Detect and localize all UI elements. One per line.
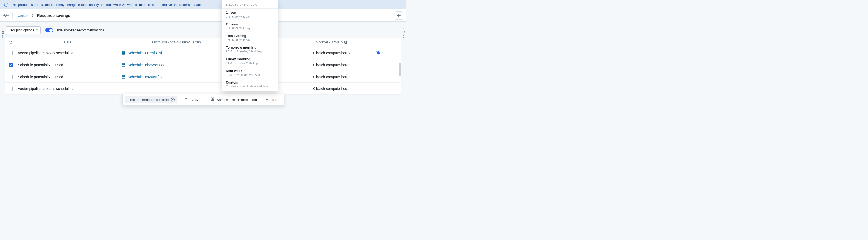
more-label: More xyxy=(272,98,280,102)
svg-rect-26 xyxy=(124,65,125,65)
breadcrumb-linter-link[interactable]: Linter xyxy=(17,13,28,18)
svg-rect-19 xyxy=(124,53,125,54)
breadcrumb-current: Resource savings xyxy=(37,13,70,18)
toolbar: Grouping options ▾ Hide snoozed recommen… xyxy=(5,25,401,37)
hide-snoozed-toggle[interactable] xyxy=(45,28,53,32)
selection-action-bar: 1 recommendation selected Copy… Snooze 1… xyxy=(122,94,284,105)
more-action[interactable]: More xyxy=(264,97,281,103)
snooze-option[interactable]: Tomorrow morning9AM on Tuesday 22nd Aug xyxy=(222,43,278,55)
selection-count-chip: 1 recommendation selected xyxy=(125,96,177,103)
breadcrumb: Linter Resource savings xyxy=(15,13,70,18)
svg-rect-24 xyxy=(122,65,123,65)
main-panel: Grouping options ▾ Hide snoozed recommen… xyxy=(5,22,401,95)
row-checkbox[interactable] xyxy=(8,63,13,67)
recommendations-table: RULE RECOMMENDATION RESOURCES ECTED MONT… xyxy=(5,37,401,95)
copy-label: Copy… xyxy=(190,98,202,102)
svg-point-39 xyxy=(266,99,267,100)
table-row: Vector pipeline crosses schedulesSchedul… xyxy=(5,47,401,59)
back-button[interactable] xyxy=(395,11,403,20)
svg-point-12 xyxy=(345,41,346,42)
info-icon xyxy=(344,41,347,44)
grouping-options-label: Grouping options xyxy=(8,28,34,32)
svg-rect-18 xyxy=(123,53,124,54)
snooze-option[interactable]: 2 hoursuntil 6:29PM today xyxy=(222,20,278,32)
scrollbar[interactable] xyxy=(399,47,401,94)
selection-count-text: 1 recommendation selected xyxy=(127,98,168,102)
scrollbar-thumb[interactable] xyxy=(399,63,401,76)
row-checkbox[interactable] xyxy=(8,87,13,91)
collapse-all-icon[interactable] xyxy=(8,40,13,45)
hide-snoozed-toggle-wrap: Hide snoozed recommendations xyxy=(45,28,104,32)
snooze-option-title: Tomorrow morning xyxy=(226,45,274,49)
snooze-option-subtitle: 9AM on Monday 28th Aug xyxy=(226,73,274,76)
snooze-option[interactable]: 1 houruntil 5:29PM today xyxy=(222,8,278,20)
svg-rect-33 xyxy=(124,77,125,77)
snooze-option-subtitle: 9AM on Friday 25th Aug xyxy=(226,62,274,65)
resource-link[interactable]: Schedule 9d6e2aca38 xyxy=(128,63,164,67)
copy-action[interactable]: Copy… xyxy=(183,97,203,103)
snooze-option[interactable]: This eveninguntil 5:00PM today xyxy=(222,32,278,43)
snooze-label: Snooze 1 recommendation xyxy=(217,98,257,102)
snooze-option-subtitle: Choose a specific date and time xyxy=(226,85,274,88)
resource-link[interactable]: Schedule 8e4b0c1f17 xyxy=(128,75,163,79)
row-checkbox[interactable] xyxy=(8,75,13,79)
info-icon xyxy=(4,3,8,7)
clipboard-icon xyxy=(184,98,188,102)
table-row: Vector pipeline crosses schedules0 batch… xyxy=(5,83,401,95)
resource-link[interactable]: Schedule a01e5f379f xyxy=(128,51,162,55)
svg-rect-17 xyxy=(122,53,123,54)
svg-rect-38 xyxy=(186,98,187,99)
caret-down-icon: ▾ xyxy=(36,29,38,32)
saving-cell: 0 batch compute-hours xyxy=(293,63,371,67)
divider xyxy=(12,12,13,19)
column-resources[interactable]: RECOMMENDATION RESOURCES xyxy=(119,41,233,44)
snooze-option-title: Custom xyxy=(226,80,274,84)
svg-point-40 xyxy=(268,99,268,100)
saving-cell: 0 batch compute-hours xyxy=(293,51,371,55)
filters-side-tab[interactable]: Filters xyxy=(0,26,5,38)
filters-side-tab-label: Filters xyxy=(1,31,4,38)
svg-point-41 xyxy=(269,99,269,100)
column-saving[interactable]: MONTHLY SAVING xyxy=(293,41,371,44)
schedule-icon xyxy=(121,63,126,67)
saving-cell: 0 batch compute-hours xyxy=(293,87,371,91)
table-header: RULE RECOMMENDATION RESOURCES ECTED MONT… xyxy=(5,38,401,47)
clear-selection-icon[interactable] xyxy=(170,98,175,102)
hide-snoozed-label: Hide snoozed recommendations xyxy=(56,28,104,32)
snooze-option-subtitle: until 5:29PM today xyxy=(226,15,274,18)
table-row: Schedule potentially unusedSchedule 8e4b… xyxy=(5,71,401,83)
snooze-option-title: 1 hour xyxy=(226,11,274,14)
snooze-option[interactable]: Friday morning9AM on Friday 25th Aug xyxy=(222,55,278,67)
svg-rect-32 xyxy=(123,77,124,77)
snooze-option-title: 2 hours xyxy=(226,22,274,26)
snooze-action[interactable]: Snooze 1 recommendation xyxy=(209,97,258,103)
app-logo-icon xyxy=(3,13,9,19)
row-checkbox[interactable] xyxy=(8,51,13,55)
header-bar: Linter Resource savings xyxy=(0,9,406,22)
beta-banner: This product is in Beta mode. It may cha… xyxy=(0,0,406,9)
svg-rect-25 xyxy=(123,65,124,65)
saving-cell: 0 batch compute-hours xyxy=(293,75,371,79)
table-row: Schedule potentially unusedSchedule 9d6e… xyxy=(5,59,401,71)
svg-rect-37 xyxy=(185,98,187,101)
schedule-icon xyxy=(121,51,126,55)
context-side-tab[interactable]: Context xyxy=(401,26,406,41)
schedule-icon xyxy=(121,75,126,79)
snooze-option[interactable]: Next week9AM on Monday 28th Aug xyxy=(222,67,278,78)
snooze-option-title: Friday morning xyxy=(226,57,274,61)
column-rule[interactable]: RULE xyxy=(16,41,119,44)
snooze-option-subtitle: until 5:00PM today xyxy=(226,38,274,41)
snooze-icon xyxy=(211,98,215,102)
snooze-popover-header: SNOOZE 1 / 1 CHECK xyxy=(222,0,278,8)
svg-rect-11 xyxy=(345,42,346,43)
row-snooze-icon[interactable] xyxy=(376,51,381,55)
snooze-option-title: This evening xyxy=(226,34,274,38)
context-side-tab-label: Context xyxy=(402,31,405,41)
resource-cell: Schedule a01e5f379f xyxy=(119,51,233,55)
snooze-option-subtitle: 9AM on Tuesday 22nd Aug xyxy=(226,50,274,53)
grouping-options-button[interactable]: Grouping options ▾ xyxy=(6,26,41,34)
rule-cell: Vector pipeline crosses schedules xyxy=(16,87,119,91)
rule-cell: Schedule potentially unused xyxy=(16,63,119,67)
resource-cell: Schedule 9d6e2aca38 xyxy=(119,63,233,67)
rule-cell: Vector pipeline crosses schedules xyxy=(16,51,119,55)
